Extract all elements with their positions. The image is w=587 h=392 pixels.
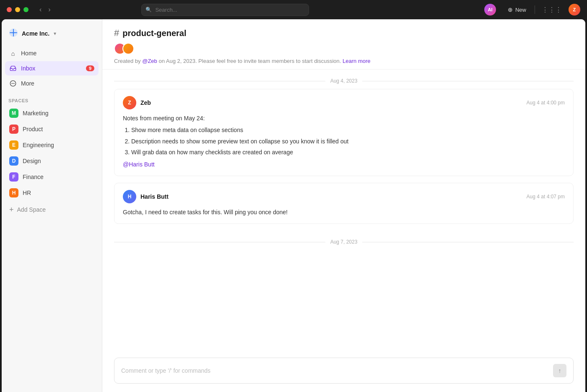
inbox-badge: 9 bbox=[86, 65, 94, 71]
comment-section: ↑ bbox=[102, 351, 585, 392]
space-label: Finance bbox=[23, 174, 44, 180]
inbox-icon bbox=[9, 65, 17, 72]
avatar-zeb: Z bbox=[123, 96, 136, 109]
sender-name-1: Zeb bbox=[140, 99, 151, 106]
sidebar-item-label: More bbox=[21, 80, 34, 87]
add-space-button[interactable]: + Add Space bbox=[2, 203, 102, 216]
engineering-icon: E bbox=[9, 140, 18, 150]
search-input[interactable] bbox=[141, 4, 309, 16]
sidebar-item-more[interactable]: More bbox=[5, 76, 99, 91]
titlebar: ‹ › 🔍 AI ⊕ New ⋮⋮⋮ Z bbox=[0, 0, 587, 19]
channel-avatars bbox=[114, 43, 134, 55]
close-button[interactable] bbox=[7, 7, 12, 12]
date-divider-aug4: Aug 4, 2023 bbox=[114, 70, 574, 89]
channel-header: # product-general Created by @Zeb on Aug… bbox=[102, 19, 585, 70]
marketing-icon: M bbox=[9, 109, 18, 118]
window-controls bbox=[7, 7, 29, 12]
list-item: Show more meta data on collapse sections bbox=[131, 125, 565, 135]
learn-more-link[interactable]: Learn more bbox=[343, 58, 370, 64]
hr-icon: H bbox=[9, 188, 18, 197]
user-avatar[interactable]: Z bbox=[569, 4, 580, 16]
sidebar-item-hr[interactable]: H HR bbox=[5, 185, 99, 200]
design-icon: D bbox=[9, 156, 18, 166]
workspace-name: Acme Inc. bbox=[22, 30, 49, 37]
messages-area: Aug 4, 2023 Z Zeb Aug 4 at 4:00 pm Notes… bbox=[102, 70, 585, 351]
sender-name-2: Haris Butt bbox=[140, 193, 169, 200]
channel-description: Created by @Zeb on Aug 2, 2023. Please f… bbox=[114, 58, 574, 64]
message-card-1: Z Zeb Aug 4 at 4:00 pm Notes from meetin… bbox=[114, 89, 574, 176]
workspace-logo bbox=[8, 28, 18, 39]
sidebar: Acme Inc. ▾ ⌂ Home Inbox 9 bbox=[2, 19, 102, 392]
sidebar-item-design[interactable]: D Design bbox=[5, 153, 99, 169]
plus-icon: + bbox=[9, 206, 14, 213]
list-item: Description needs to show some preview t… bbox=[131, 137, 565, 146]
creator-mention: @Zeb bbox=[142, 58, 157, 64]
sidebar-item-marketing[interactable]: M Marketing bbox=[5, 106, 99, 121]
sidebar-item-inbox[interactable]: Inbox 9 bbox=[5, 61, 99, 75]
search-icon: 🔍 bbox=[145, 7, 152, 13]
avatar-haris: H bbox=[123, 190, 136, 203]
finance-icon: F bbox=[9, 172, 18, 182]
product-icon: P bbox=[9, 125, 18, 134]
member-avatar-2 bbox=[122, 43, 134, 55]
comment-input-wrap: ↑ bbox=[114, 358, 574, 384]
space-label: HR bbox=[23, 190, 31, 196]
send-icon: ↑ bbox=[558, 367, 561, 374]
description-mid: on Aug 2, 2023. Please feel free to invi… bbox=[157, 58, 343, 64]
date-divider-aug7: Aug 7, 2023 bbox=[114, 231, 574, 250]
space-label: Marketing bbox=[23, 110, 48, 117]
spaces-header: Spaces bbox=[2, 93, 102, 106]
plus-icon: ⊕ bbox=[508, 6, 513, 13]
sidebar-item-label: Home bbox=[21, 50, 36, 57]
message-intro: Notes from meeting on May 24: bbox=[123, 114, 565, 123]
home-icon: ⌂ bbox=[9, 49, 17, 57]
new-button[interactable]: ⊕ New bbox=[504, 5, 530, 15]
ai-avatar: AI bbox=[484, 4, 496, 16]
message-body-1: Notes from meeting on May 24: Show more … bbox=[123, 114, 565, 169]
sidebar-nav: ⌂ Home Inbox 9 bbox=[2, 44, 102, 93]
message-time-2: Aug 4 at 4:07 pm bbox=[527, 194, 565, 200]
message-card-2: H Haris Butt Aug 4 at 4:07 pm Gotcha, I … bbox=[114, 183, 574, 224]
titlebar-right: AI ⊕ New ⋮⋮⋮ Z bbox=[481, 2, 580, 17]
ai-button[interactable]: AI bbox=[481, 2, 499, 17]
list-item: Will grab data on how many checklists ar… bbox=[131, 148, 565, 157]
workspace-header[interactable]: Acme Inc. ▾ bbox=[2, 24, 102, 44]
sidebar-item-finance[interactable]: F Finance bbox=[5, 169, 99, 184]
sidebar-item-home[interactable]: ⌂ Home bbox=[5, 46, 99, 60]
message-time-1: Aug 4 at 4:00 pm bbox=[527, 100, 565, 106]
channel-hash-icon: # bbox=[114, 28, 119, 39]
description-prefix: Created by bbox=[114, 58, 142, 64]
main-content: # product-general Created by @Zeb on Aug… bbox=[102, 19, 585, 392]
chevron-down-icon: ▾ bbox=[54, 31, 56, 36]
channel-title: product-general bbox=[122, 29, 186, 38]
message-header-2: H Haris Butt Aug 4 at 4:07 pm bbox=[123, 190, 565, 203]
channel-title-row: # product-general bbox=[114, 28, 574, 39]
mention: @Haris Butt bbox=[123, 161, 155, 168]
minimize-button[interactable] bbox=[15, 7, 20, 12]
message-body-2: Gotcha, I need to create tasks for this.… bbox=[123, 208, 565, 217]
spaces-list: M Marketing P Product E Engineering D De… bbox=[2, 106, 102, 201]
more-icon bbox=[9, 80, 17, 87]
search-bar: 🔍 bbox=[141, 4, 309, 16]
message-list: Show more meta data on collapse sections… bbox=[123, 125, 565, 157]
forward-button[interactable]: › bbox=[46, 5, 53, 14]
message-text: Gotcha, I need to create tasks for this.… bbox=[123, 208, 565, 217]
space-label: Design bbox=[23, 158, 41, 164]
grid-icon[interactable]: ⋮⋮⋮ bbox=[540, 4, 564, 16]
add-space-label: Add Space bbox=[17, 206, 46, 213]
sidebar-item-engineering[interactable]: E Engineering bbox=[5, 138, 99, 153]
sidebar-item-product[interactable]: P Product bbox=[5, 122, 99, 137]
divider bbox=[535, 5, 535, 14]
main-layout: Acme Inc. ▾ ⌂ Home Inbox 9 bbox=[2, 19, 585, 392]
sidebar-item-label: Inbox bbox=[21, 65, 35, 72]
nav-arrows: ‹ › bbox=[37, 5, 53, 14]
message-header-1: Z Zeb Aug 4 at 4:00 pm bbox=[123, 96, 565, 109]
send-button[interactable]: ↑ bbox=[553, 364, 566, 377]
svg-point-1 bbox=[13, 32, 14, 34]
maximize-button[interactable] bbox=[23, 7, 29, 12]
comment-input[interactable] bbox=[121, 367, 553, 374]
back-button[interactable]: ‹ bbox=[37, 5, 44, 14]
space-label: Engineering bbox=[23, 142, 54, 148]
space-label: Product bbox=[23, 126, 43, 132]
